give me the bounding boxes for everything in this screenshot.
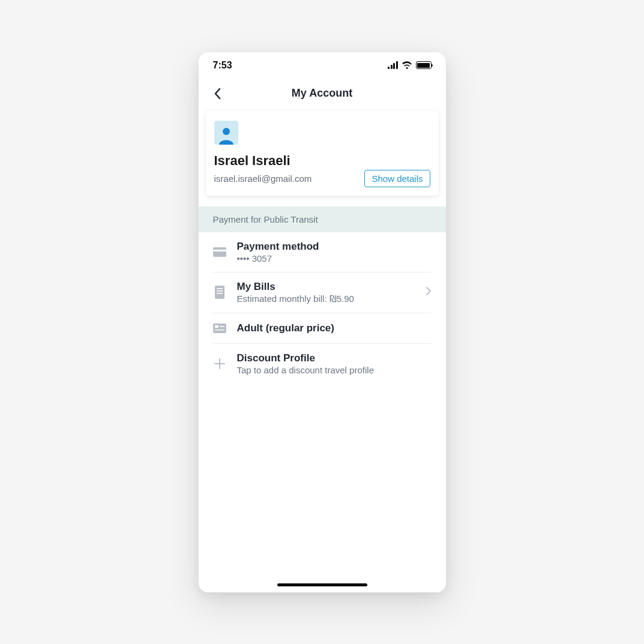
cellular-icon bbox=[388, 61, 398, 69]
svg-rect-3 bbox=[215, 286, 224, 299]
svg-rect-6 bbox=[217, 293, 223, 294]
svg-rect-2 bbox=[213, 250, 226, 251]
id-card-icon bbox=[213, 322, 226, 335]
discount-profile-subtitle: Tap to add a discount travel profile bbox=[237, 365, 432, 375]
payment-method-title: Payment method bbox=[237, 241, 432, 253]
fare-profile-title: Adult (regular price) bbox=[237, 322, 432, 334]
section-header: Payment for Public Transit bbox=[199, 206, 446, 232]
svg-rect-10 bbox=[215, 330, 224, 331]
home-indicator[interactable] bbox=[277, 583, 367, 586]
discount-profile-item[interactable]: Discount Profile Tap to add a discount t… bbox=[213, 344, 432, 384]
content-area: Israel Israeli israel.israeli@gmail.com … bbox=[199, 109, 446, 592]
phone-frame: 7:53 My Account Israe bbox=[199, 52, 446, 592]
profile-name: Israel Israeli bbox=[214, 153, 430, 169]
battery-icon bbox=[416, 61, 432, 69]
status-icons bbox=[388, 61, 432, 69]
svg-rect-8 bbox=[215, 325, 218, 328]
person-icon bbox=[217, 125, 235, 145]
payment-method-item[interactable]: Payment method •••• 3057 bbox=[213, 232, 432, 272]
chevron-right-icon bbox=[426, 286, 432, 298]
status-bar: 7:53 bbox=[199, 52, 446, 79]
chevron-left-icon bbox=[214, 88, 221, 100]
avatar bbox=[214, 121, 238, 145]
discount-profile-title: Discount Profile bbox=[237, 352, 432, 364]
my-bills-item[interactable]: My Bills Estimated monthly bill: ₪5.90 bbox=[213, 272, 432, 313]
svg-rect-7 bbox=[213, 324, 226, 333]
navigation-bar: My Account bbox=[199, 79, 446, 109]
my-bills-title: My Bills bbox=[237, 281, 415, 293]
profile-card: Israel Israeli israel.israeli@gmail.com … bbox=[206, 111, 439, 196]
my-bills-subtitle: Estimated monthly bill: ₪5.90 bbox=[237, 293, 415, 304]
svg-rect-4 bbox=[217, 288, 223, 289]
page-title: My Account bbox=[199, 87, 446, 100]
show-details-button[interactable]: Show details bbox=[364, 170, 430, 187]
card-icon bbox=[213, 245, 226, 259]
payment-method-last4: •••• 3057 bbox=[237, 253, 432, 263]
receipt-icon bbox=[213, 286, 226, 299]
svg-point-0 bbox=[223, 128, 230, 135]
svg-rect-5 bbox=[217, 290, 223, 292]
status-time: 7:53 bbox=[213, 60, 232, 71]
plus-icon bbox=[213, 357, 226, 370]
fare-profile-item[interactable]: Adult (regular price) bbox=[213, 313, 432, 344]
svg-rect-1 bbox=[213, 247, 226, 257]
wifi-icon bbox=[402, 61, 412, 69]
profile-email: israel.israeli@gmail.com bbox=[214, 173, 312, 184]
back-button[interactable] bbox=[208, 85, 226, 103]
svg-rect-9 bbox=[220, 326, 224, 327]
